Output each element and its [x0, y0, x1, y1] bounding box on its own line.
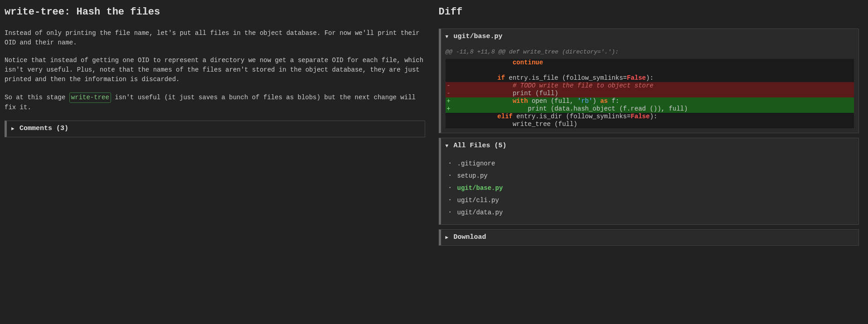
download-toggle[interactable]: ▶ Download: [441, 230, 859, 246]
download-panel: ▶ Download: [439, 229, 859, 246]
file-list-item: ugit/cli.py: [457, 194, 854, 207]
all-files-label: All Files (5): [454, 141, 507, 151]
paragraph: So at this stage write-tree isn't useful…: [5, 92, 425, 112]
diff-code-block: continue if entry.is_file (follow_symlin…: [446, 59, 854, 128]
file-link[interactable]: ugit/base.py: [457, 184, 503, 192]
diff-line-add: + print (data.hash_object (f.read ()), f…: [446, 105, 854, 113]
diff-line-ctx: continue: [446, 59, 854, 67]
all-files-panel: ▼ All Files (5) .gitignoresetup.pyugit/b…: [439, 138, 859, 225]
diff-line-del: - print (full): [446, 90, 854, 97]
file-list-item: setup.py: [457, 170, 854, 182]
diff-heading: Diff: [439, 5, 859, 19]
all-files-toggle[interactable]: ▼ All Files (5): [441, 138, 859, 154]
comments-label: Comments (3): [19, 124, 68, 134]
file-link[interactable]: setup.py: [457, 172, 488, 179]
diff-line-ctx: write_tree (full): [446, 121, 854, 128]
file-list-item: .gitignore: [457, 158, 854, 170]
diff-file-panel: ▼ ugit/base.py @@ -11,8 +11,8 @@ def wri…: [439, 29, 859, 133]
diff-line-del: - # TODO write the file to object store: [446, 82, 854, 90]
diff-line-ctx: [446, 67, 854, 74]
diff-line-ctx: if entry.is_file (follow_symlinks=False)…: [446, 74, 854, 82]
keyword-badge: write-tree: [69, 92, 111, 103]
diff-file-toggle[interactable]: ▼ ugit/base.py: [441, 29, 859, 45]
chevron-down-icon: ▼: [446, 33, 451, 41]
file-link[interactable]: ugit/data.py: [457, 209, 503, 216]
comments-panel: ▶ Comments (3): [5, 121, 425, 137]
chevron-down-icon: ▼: [446, 142, 451, 150]
file-list-item: ugit/data.py: [457, 207, 854, 219]
page-title: write-tree: Hash the files: [5, 5, 425, 19]
download-label: Download: [454, 232, 486, 243]
file-list: .gitignoresetup.pyugit/base.pyugit/cli.p…: [441, 154, 859, 224]
file-list-item: ugit/base.py: [457, 182, 854, 194]
file-link[interactable]: .gitignore: [457, 160, 495, 167]
diff-line-add: + with open (full, 'rb') as f:: [446, 97, 854, 105]
chevron-right-icon: ▶: [446, 234, 451, 242]
file-link[interactable]: ugit/cli.py: [457, 197, 499, 204]
diff-hunk-header: @@ -11,8 +11,8 @@ def write_tree (direct…: [441, 45, 859, 59]
paragraph: Notice that instead of getting one OID t…: [5, 56, 425, 84]
comments-toggle[interactable]: ▶ Comments (3): [7, 121, 425, 137]
chevron-right-icon: ▶: [11, 125, 17, 133]
diff-file-name: ugit/base.py: [454, 32, 503, 42]
diff-line-ctx: elif entry.is_dir (follow_symlinks=False…: [446, 113, 854, 121]
paragraph: Instead of only printing the file name, …: [5, 29, 425, 48]
